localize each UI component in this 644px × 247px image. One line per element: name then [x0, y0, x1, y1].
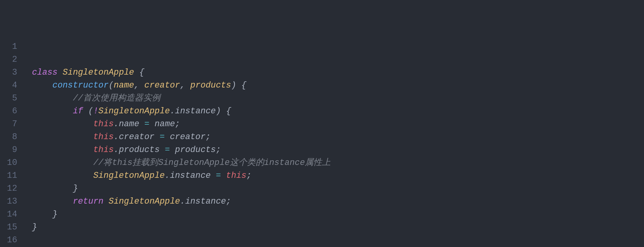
line-number: 6: [0, 105, 17, 118]
line-number: 9: [0, 143, 17, 156]
prop-instance: instance: [170, 171, 211, 181]
code-line: this.name = name;: [32, 118, 511, 131]
line-number: 3: [0, 66, 17, 79]
code-line: this.products = products;: [32, 143, 511, 156]
line-number: 16: [0, 234, 17, 247]
line-number: 7: [0, 118, 17, 131]
code-area[interactable]: class SingletonApple { constructor(name,…: [24, 39, 511, 247]
line-number: 14: [0, 208, 17, 221]
code-editor[interactable]: 123456789101112131415161718 class Single…: [0, 39, 644, 247]
keyword-this: this: [93, 145, 114, 155]
code-line: if (!SingletonApple.instance) {: [32, 105, 511, 118]
line-number-gutter: 123456789101112131415161718: [0, 39, 24, 247]
brace-close: }: [52, 209, 57, 219]
code-line: }: [32, 182, 511, 195]
keyword-this: this: [226, 171, 246, 181]
code-line: [32, 234, 511, 247]
keyword-return: return: [73, 197, 103, 206]
line-number: 2: [0, 53, 17, 66]
code-line: class SingletonApple {: [32, 66, 511, 79]
code-line: //将this挂载到SingletonApple这个类的instance属性上: [32, 156, 511, 169]
param-creator: creator: [144, 81, 180, 90]
keyword-this: this: [93, 132, 114, 142]
param-products: products: [190, 81, 231, 90]
code-line: }: [32, 221, 511, 234]
prop-creator: creator: [119, 132, 155, 142]
brace-close: }: [32, 222, 37, 232]
line-number: 15: [0, 221, 17, 234]
comment: //首次使用构造器实例: [73, 93, 160, 103]
code-line: constructor(name, creator, products) {: [32, 79, 511, 92]
code-line: this.creator = creator;: [32, 131, 511, 143]
operator-not: !: [93, 106, 98, 116]
line-number: 10: [0, 156, 17, 169]
param-name: name: [114, 81, 134, 90]
line-number: 1: [0, 40, 17, 53]
line-number: 8: [0, 131, 17, 143]
class-name: SingletonApple: [63, 68, 134, 77]
prop-products: products: [119, 145, 160, 155]
code-line: return SingletonApple.instance;: [32, 195, 511, 208]
line-number: 5: [0, 92, 17, 105]
line-number: 4: [0, 79, 17, 92]
line-number: 11: [0, 169, 17, 182]
brace-close: }: [73, 184, 78, 193]
code-line: SingletonApple.instance = this;: [32, 169, 511, 182]
code-line: }: [32, 208, 511, 221]
code-line: //首次使用构造器实例: [32, 92, 511, 105]
line-number: 13: [0, 195, 17, 208]
prop-name: name: [119, 119, 139, 129]
keyword-this: this: [93, 119, 114, 129]
keyword-class: class: [32, 68, 57, 77]
prop-instance: instance: [175, 106, 216, 116]
comment: //将this挂载到SingletonApple这个类的instance属性上: [93, 158, 331, 168]
line-number: 12: [0, 182, 17, 195]
constructor: constructor: [52, 81, 109, 90]
keyword-if: if: [73, 106, 83, 116]
